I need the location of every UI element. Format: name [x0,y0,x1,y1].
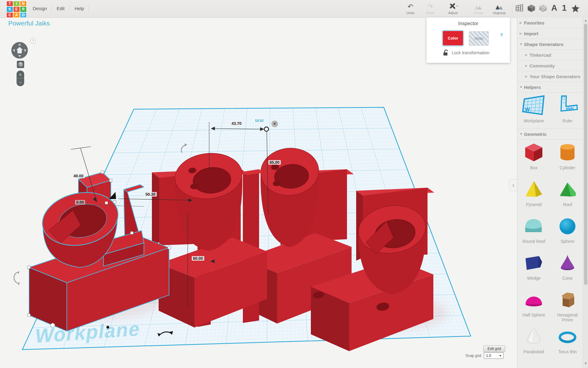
number-tool-icon[interactable]: 1 [560,3,570,13]
inspector-title: Inspector [427,21,510,26]
top-menubar: TIN KER CAD Design Edit Help ↶ Undo ↷ Re… [0,0,588,18]
dimension-label-offset[interactable]: 40.00 [72,174,85,178]
help-icon[interactable]: ? [30,38,36,44]
shape-tile-pyramid[interactable]: Pyramid [518,178,550,207]
sidebar-section-geometric[interactable]: ▼Geometric [517,128,583,140]
ruler-helper-icon: mm [556,94,579,116]
adjust-icon [443,2,463,10]
shape-tile-cylinder[interactable]: Cylinder [552,142,583,170]
dimension-label-width[interactable]: 43.70 [230,121,243,126]
cone-shape-icon [557,252,578,274]
cylinder-shape-icon [557,142,578,163]
redo-button[interactable]: ↷ Redo [421,2,439,17]
ungroup-icon [489,2,509,10]
solid-box-icon[interactable] [527,4,537,13]
pyramid-shape-icon [523,178,545,200]
shape-tile-round-roof[interactable]: Round Roof [518,215,550,244]
color-swatch-button[interactable]: Color [443,31,463,45]
scrollbar-thumb[interactable] [584,24,587,285]
adjust-button[interactable]: Adjust [443,2,463,17]
shape-tile-torus-thin[interactable]: Torus thin [552,326,583,354]
text-tool-icon[interactable]: A [550,3,560,13]
view-navigation-pad[interactable] [9,40,31,61]
svg-text:1: 1 [562,3,567,13]
helper-tile-workplane[interactable]: W Workplane [518,94,550,123]
inspector-panel: Inspector Color Hole ? Lock transformati… [427,17,510,63]
hole-swatch-button[interactable]: Hole [469,31,489,46]
svg-text:A: A [551,3,557,13]
menu-design[interactable]: Design [31,0,49,17]
dimension-label-length[interactable]: 80.00 [192,256,204,261]
scroll-down-icon[interactable]: ▼ [584,362,588,365]
shape-tile-cone[interactable]: Cone [552,252,583,281]
dimension-label-depth[interactable]: 50.30 [144,192,157,197]
snap-grid-select[interactable]: 1.0▼ [484,352,503,359]
workplane-helper-icon: W [522,94,546,116]
chevron-down-icon: ▼ [499,353,502,359]
inspector-help-icon[interactable]: ? [500,32,503,37]
shape-tile-box[interactable]: Box [518,142,550,170]
menu-edit[interactable]: Edit [52,0,69,17]
roof-shape-icon [557,178,578,200]
sidebar-section-community[interactable]: ▶Community [517,60,583,71]
menu-help[interactable]: Help [71,0,88,17]
design-title[interactable]: Powerful Jaiks [8,20,50,27]
undo-button[interactable]: ↶ Undo [401,2,420,17]
half-sphere-shape-icon [523,289,545,310]
close-dimension-icon[interactable]: ✕ [271,121,278,127]
zoom-out-button[interactable]: − [17,79,24,86]
redo-icon: ↷ [421,2,439,10]
favorites-star-icon[interactable] [571,4,580,13]
zoom-controls[interactable]: + − [17,71,24,86]
svg-text:mm: mm [566,106,574,111]
sidebar-section-helpers[interactable]: ▼Helpers [517,82,583,93]
group-button[interactable]: Group [469,2,488,17]
shape-library-sidebar: ▶Favorites ▶Import ▼Shape Generators ▶Ti… [517,17,588,368]
ungroup-button[interactable]: Ungroup [489,2,509,17]
group-icon [469,2,488,10]
shape-tile-hexagonal-prism[interactable]: Hexagonal Prism [552,289,583,322]
sidebar-section-your-shape-generators[interactable]: ▶Your Shape Generators [517,71,583,82]
dimension-label-z[interactable]: 0.00 [75,200,85,205]
zoom-in-button[interactable]: + [17,71,24,79]
sidebar-collapse-handle[interactable]: › [509,179,517,191]
tinkercad-logo[interactable]: TIN KER CAD [6,1,27,18]
unlocked-padlock-icon [443,49,449,56]
undo-icon: ↶ [401,2,420,10]
paraboloid-shape-icon [523,326,545,347]
sidebar-section-shape-generators[interactable]: ▼Shape Generators [517,39,583,50]
round-roof-shape-icon [523,215,545,237]
sphere-shape-icon [557,215,578,237]
lock-transformation-toggle[interactable]: Lock transformation [443,49,489,56]
shape-tile-roof[interactable]: Roof [552,178,583,207]
sidebar-scrollbar[interactable]: ▲ ▼ [583,17,588,368]
box-shape-icon [523,142,545,163]
sidebar-section-favorites[interactable]: ▶Favorites [517,17,583,28]
helper-tile-ruler[interactable]: mm Ruler [552,94,583,123]
shape-tile-wedge[interactable]: Wedge [518,252,550,281]
shape-tile-half-sphere[interactable]: Half Sphere [518,289,550,317]
sidebar-section-tinkercad[interactable]: ▶Tinkercad [517,50,583,60]
orthographic-view-button[interactable] [17,61,24,68]
dimension-label-height[interactable]: 85.00 [268,160,281,165]
shape-tile-paraboloid[interactable]: Paraboloid [518,326,550,354]
shape-tile-sphere[interactable]: Sphere [552,215,583,244]
snap-grid-label: Snap grid [466,354,481,358]
edit-grid-button[interactable]: Edit grid [483,345,505,352]
torus-thin-shape-icon [557,326,578,347]
unit-badge: mm [255,118,264,124]
tinkercad-app: { "logo": { "letters": ["T","I","N","K",… [0,0,588,368]
hexagonal-prism-shape-icon [557,289,578,310]
workplane-grid-icon[interactable] [515,4,525,13]
scroll-up-icon[interactable]: ▲ [584,19,588,22]
wedge-shape-icon [523,252,545,274]
svg-text:W: W [525,107,530,113]
hole-box-icon[interactable] [538,4,548,13]
sidebar-section-import[interactable]: ▶Import [517,28,583,39]
